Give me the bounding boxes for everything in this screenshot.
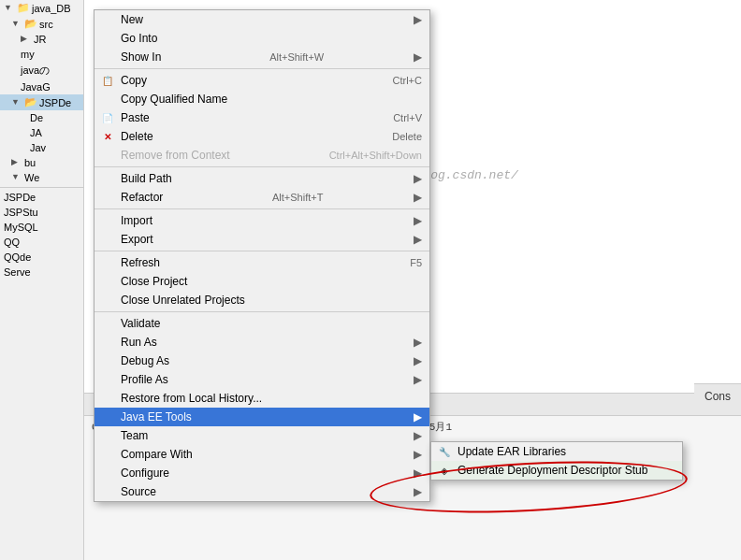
sidebar-label: MySQL	[4, 222, 38, 233]
menu-label: Import	[121, 214, 153, 227]
menu-item-remove-context[interactable]: Remove from Context Ctrl+Alt+Shift+Down	[94, 146, 429, 165]
sidebar-item-java-db[interactable]: ▼ 📁 java_DB	[0, 0, 83, 16]
menu-label: Build Path	[121, 172, 172, 185]
menu-item-source[interactable]: Source ▶	[94, 482, 429, 501]
delete-icon: ✕	[100, 129, 115, 144]
arrow-icon: ▶	[414, 410, 422, 424]
arrow-icon: ▶	[414, 336, 422, 349]
menu-item-debug-as[interactable]: Debug As ▶	[94, 352, 429, 370]
submenu-item-update-ear[interactable]: 🔧 Update EAR Libraries	[431, 442, 682, 461]
sidebar-item-jr[interactable]: ▶ JR	[0, 32, 83, 47]
menu-item-show-in[interactable]: Show In Alt+Shift+W ▶	[94, 48, 429, 66]
sidebar-item-jav[interactable]: Jav	[0, 140, 83, 155]
menu-item-copy[interactable]: 📋 Copy Ctrl+C	[94, 71, 429, 90]
menu-item-new[interactable]: New ▶	[94, 10, 429, 29]
menu-item-export[interactable]: Export ▶	[94, 230, 429, 249]
menu-label: Close Unrelated Projects	[121, 294, 245, 307]
arrow-icon: ▶	[414, 13, 422, 26]
menu-label: Refresh	[121, 256, 160, 269]
sidebar-label: JSPDe	[4, 192, 36, 203]
menu-item-close-project[interactable]: Close Project	[94, 272, 429, 291]
expand-icon: ▶	[11, 157, 22, 168]
sidebar-item-mysql[interactable]: MySQL	[0, 220, 83, 235]
sidebar-item-de[interactable]: De	[0, 110, 83, 125]
menu-item-paste[interactable]: 📄 Paste Ctrl+V	[94, 108, 429, 127]
menu-label: Copy	[121, 74, 147, 87]
sidebar-label: JR	[34, 34, 46, 45]
menu-separator	[94, 311, 429, 312]
menu-item-refresh[interactable]: Refresh F5	[94, 253, 429, 272]
sidebar-label: Serve	[4, 266, 31, 278]
shortcut-label: Alt+Shift+W	[251, 51, 324, 63]
menu-item-run-as[interactable]: Run As ▶	[94, 333, 429, 352]
menu-item-build-path[interactable]: Build Path ▶	[94, 169, 429, 188]
sidebar-item-javag[interactable]: JavaG	[0, 79, 83, 94]
menu-item-close-unrelated[interactable]: Close Unrelated Projects	[94, 291, 429, 309]
arrow-icon: ▶	[414, 172, 422, 185]
arrow-icon: ▶	[414, 373, 422, 386]
project-icon: 📁	[17, 2, 30, 14]
menu-label: Run As	[121, 336, 157, 349]
sidebar-separator	[0, 187, 83, 188]
menu-label: Paste	[121, 111, 150, 124]
sidebar-item-ja[interactable]: JA	[0, 125, 83, 140]
menu-separator	[94, 68, 429, 69]
folder-icon: 📂	[24, 18, 37, 30]
arrow-icon: ▶	[414, 429, 422, 442]
copy-icon: 📋	[100, 73, 115, 88]
shortcut-label: Ctrl+V	[374, 112, 422, 123]
sidebar-item-javanet[interactable]: javaの	[0, 62, 83, 79]
context-menu: New ▶ Go Into Show In Alt+Shift+W ▶ 📋 Co…	[94, 9, 430, 502]
submenu-java-ee-tools: 🔧 Update EAR Libraries ◈ Generate Deploy…	[430, 441, 683, 481]
menu-label: Delete	[121, 130, 153, 143]
menu-label: Show In	[121, 50, 161, 64]
sidebar-item-jspde[interactable]: ▼ 📂 JSPDe	[0, 94, 83, 110]
sidebar-label: my	[21, 49, 35, 60]
menu-item-validate[interactable]: Validate	[94, 314, 429, 333]
menu-item-compare-with[interactable]: Compare With ▶	[94, 445, 429, 464]
submenu-item-generate-descriptor[interactable]: ◈ Generate Deployment Descriptor Stub	[431, 461, 682, 480]
menu-item-refactor[interactable]: Refactor Alt+Shift+T ▶	[94, 188, 429, 207]
sidebar-item-serve[interactable]: Serve	[0, 265, 83, 280]
menu-label: Validate	[121, 317, 160, 330]
menu-label: Debug As	[121, 354, 169, 367]
menu-item-team[interactable]: Team ▶	[94, 426, 429, 445]
sidebar-item-jspde2[interactable]: JSPDe	[0, 190, 83, 205]
menu-item-configure[interactable]: Configure ▶	[94, 464, 429, 482]
menu-label: Export	[121, 233, 153, 246]
menu-label: Source	[121, 485, 156, 498]
menu-label: Java EE Tools	[121, 410, 192, 424]
sidebar-item-we[interactable]: ▼ We	[0, 170, 83, 185]
cons-tab[interactable]: Cons	[694, 383, 741, 408]
shortcut-label: Alt+Shift+T	[254, 192, 323, 203]
menu-item-go-into[interactable]: Go Into	[94, 29, 429, 48]
sidebar-item-my[interactable]: my	[0, 47, 83, 62]
arrow-icon: ▶	[414, 233, 422, 246]
menu-item-copy-qualified[interactable]: Copy Qualified Name	[94, 90, 429, 108]
sidebar-label: De	[30, 112, 43, 123]
sidebar-item-qqde[interactable]: QQde	[0, 250, 83, 265]
arrow-icon: ▶	[414, 50, 422, 64]
collapse-icon: ▼	[11, 97, 22, 108]
menu-label: Configure	[121, 467, 169, 480]
menu-label: Restore from Local History...	[121, 392, 262, 405]
sidebar-item-bu[interactable]: ▶ bu	[0, 155, 83, 170]
sidebar-label: Jav	[30, 142, 46, 153]
shortcut-label: Ctrl+Alt+Shift+Down	[311, 150, 422, 161]
menu-separator	[94, 208, 429, 209]
menu-item-profile-as[interactable]: Profile As ▶	[94, 370, 429, 389]
sidebar-item-jspstu[interactable]: JSPStu	[0, 205, 83, 220]
submenu-label: Update EAR Libraries	[458, 445, 566, 458]
sidebar-label: src	[39, 19, 53, 30]
menu-item-delete[interactable]: ✕ Delete Delete	[94, 127, 429, 146]
menu-item-import[interactable]: Import ▶	[94, 211, 429, 230]
sidebar-label: QQde	[4, 251, 31, 263]
sidebar-label: JA	[30, 127, 42, 138]
ear-icon: 🔧	[437, 444, 452, 459]
arrow-icon: ▶	[414, 354, 422, 367]
arrow-icon: ▶	[414, 467, 422, 480]
sidebar-item-qq[interactable]: QQ	[0, 235, 83, 250]
menu-item-restore-history[interactable]: Restore from Local History...	[94, 389, 429, 408]
menu-item-java-ee-tools[interactable]: Java EE Tools ▶	[94, 408, 429, 426]
sidebar-item-src[interactable]: ▼ 📂 src	[0, 16, 83, 32]
